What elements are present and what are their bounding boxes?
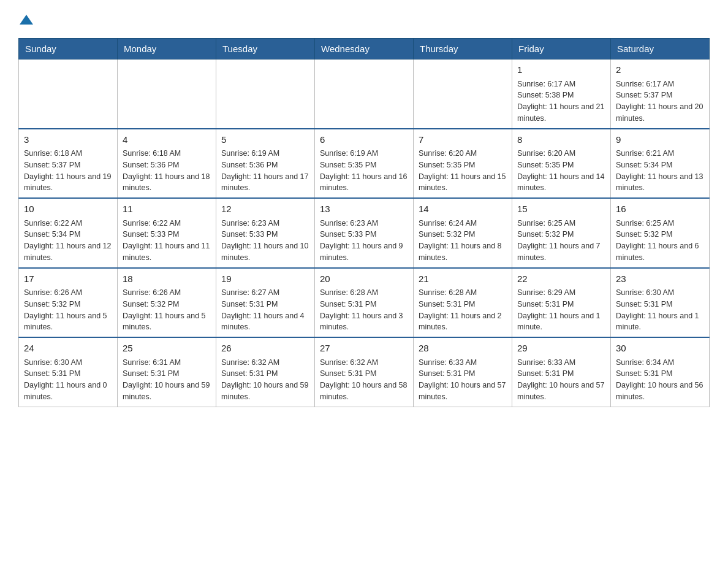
day-number: 11: [123, 202, 211, 216]
day-number: 10: [24, 202, 112, 216]
sunrise-text: Sunrise: 6:18 AM: [123, 149, 181, 158]
day-number: 21: [419, 272, 507, 286]
sunrise-text: Sunrise: 6:34 AM: [616, 358, 674, 367]
daylight-text: Daylight: 11 hours and 1 minute.: [517, 312, 601, 332]
day-number: 25: [123, 342, 211, 356]
daylight-text: Daylight: 11 hours and 5 minutes.: [123, 312, 206, 332]
day-number: 22: [517, 272, 605, 286]
sunset-text: Sunset: 5:32 PM: [517, 230, 574, 239]
sunset-text: Sunset: 5:31 PM: [320, 369, 376, 378]
sunrise-text: Sunrise: 6:30 AM: [616, 288, 674, 297]
sunset-text: Sunset: 5:37 PM: [616, 91, 672, 99]
sunset-text: Sunset: 5:32 PM: [616, 230, 672, 239]
table-row: 15 Sunrise: 6:25 AM Sunset: 5:32 PM Dayl…: [512, 198, 611, 268]
sunset-text: Sunset: 5:33 PM: [320, 230, 376, 239]
header-thursday: Thursday: [414, 39, 512, 59]
sunrise-text: Sunrise: 6:27 AM: [221, 288, 279, 297]
sunset-text: Sunset: 5:31 PM: [221, 300, 278, 308]
day-number: 26: [221, 342, 309, 356]
daylight-text: Daylight: 11 hours and 15 minutes.: [419, 172, 506, 193]
daylight-text: Daylight: 11 hours and 20 minutes.: [616, 102, 703, 123]
sunset-text: Sunset: 5:33 PM: [123, 230, 179, 239]
table-row: 11 Sunrise: 6:22 AM Sunset: 5:33 PM Dayl…: [118, 198, 216, 268]
logo: [18, 12, 33, 26]
daylight-text: Daylight: 11 hours and 18 minutes.: [123, 172, 210, 193]
daylight-text: Daylight: 11 hours and 1 minute.: [616, 312, 699, 332]
day-number: 19: [221, 272, 309, 286]
daylight-text: Daylight: 10 hours and 56 minutes.: [616, 381, 703, 401]
table-row: 22 Sunrise: 6:29 AM Sunset: 5:31 PM Dayl…: [512, 268, 611, 338]
day-number: 16: [616, 202, 704, 216]
sunset-text: Sunset: 5:37 PM: [24, 161, 80, 169]
sunrise-text: Sunrise: 6:28 AM: [320, 288, 378, 297]
sunrise-text: Sunrise: 6:32 AM: [221, 358, 279, 367]
daylight-text: Daylight: 11 hours and 5 minutes.: [24, 312, 107, 332]
table-row: 21 Sunrise: 6:28 AM Sunset: 5:31 PM Dayl…: [414, 268, 512, 338]
sunset-text: Sunset: 5:35 PM: [320, 161, 376, 169]
sunset-text: Sunset: 5:31 PM: [320, 300, 376, 308]
daylight-text: Daylight: 11 hours and 14 minutes.: [517, 172, 604, 193]
header-tuesday: Tuesday: [216, 39, 315, 59]
header-friday: Friday: [512, 39, 611, 59]
header-saturday: Saturday: [611, 39, 710, 59]
sunrise-text: Sunrise: 6:26 AM: [24, 288, 82, 297]
day-number: 13: [320, 202, 408, 216]
sunrise-text: Sunrise: 6:29 AM: [517, 288, 575, 297]
daylight-text: Daylight: 10 hours and 59 minutes.: [221, 381, 308, 401]
daylight-text: Daylight: 10 hours and 58 minutes.: [320, 381, 407, 401]
table-row: 20 Sunrise: 6:28 AM Sunset: 5:31 PM Dayl…: [315, 268, 414, 338]
table-row: 14 Sunrise: 6:24 AM Sunset: 5:32 PM Dayl…: [414, 198, 512, 268]
day-number: 30: [616, 342, 704, 356]
table-row: 24 Sunrise: 6:30 AM Sunset: 5:31 PM Dayl…: [19, 337, 118, 407]
day-number: 20: [320, 272, 408, 286]
sunrise-text: Sunrise: 6:24 AM: [419, 219, 477, 228]
sunrise-text: Sunrise: 6:28 AM: [419, 288, 477, 297]
day-number: 12: [221, 202, 309, 216]
sunrise-text: Sunrise: 6:22 AM: [123, 219, 181, 228]
day-number: 23: [616, 272, 704, 286]
daylight-text: Daylight: 11 hours and 6 minutes.: [616, 242, 699, 262]
table-row: 28 Sunrise: 6:33 AM Sunset: 5:31 PM Dayl…: [414, 337, 512, 407]
day-number: 15: [517, 202, 605, 216]
sunset-text: Sunset: 5:35 PM: [517, 161, 574, 169]
sunset-text: Sunset: 5:34 PM: [24, 230, 80, 239]
daylight-text: Daylight: 11 hours and 12 minutes.: [24, 242, 111, 262]
table-row: 18 Sunrise: 6:26 AM Sunset: 5:32 PM Dayl…: [118, 268, 216, 338]
daylight-text: Daylight: 11 hours and 16 minutes.: [320, 172, 407, 193]
daylight-text: Daylight: 11 hours and 8 minutes.: [419, 242, 502, 262]
daylight-text: Daylight: 10 hours and 57 minutes.: [419, 381, 506, 401]
day-number: 18: [123, 272, 211, 286]
sunrise-text: Sunrise: 6:25 AM: [616, 219, 674, 228]
sunset-text: Sunset: 5:31 PM: [517, 300, 574, 308]
table-row: 12 Sunrise: 6:23 AM Sunset: 5:33 PM Dayl…: [216, 198, 315, 268]
sunrise-text: Sunrise: 6:19 AM: [320, 149, 378, 158]
daylight-text: Daylight: 10 hours and 59 minutes.: [123, 381, 210, 401]
daylight-text: Daylight: 11 hours and 21 minutes.: [517, 102, 604, 123]
sunset-text: Sunset: 5:31 PM: [616, 369, 672, 378]
table-row: 2 Sunrise: 6:17 AM Sunset: 5:37 PM Dayli…: [611, 59, 710, 129]
header-wednesday: Wednesday: [315, 39, 414, 59]
sunrise-text: Sunrise: 6:25 AM: [517, 219, 575, 228]
sunset-text: Sunset: 5:31 PM: [123, 369, 179, 378]
table-row: 30 Sunrise: 6:34 AM Sunset: 5:31 PM Dayl…: [611, 337, 710, 407]
table-row: 3 Sunrise: 6:18 AM Sunset: 5:37 PM Dayli…: [19, 129, 118, 199]
sunset-text: Sunset: 5:31 PM: [221, 369, 278, 378]
sunset-text: Sunset: 5:31 PM: [616, 300, 672, 308]
sunset-text: Sunset: 5:32 PM: [24, 300, 80, 308]
daylight-text: Daylight: 11 hours and 3 minutes.: [320, 312, 403, 332]
daylight-text: Daylight: 11 hours and 19 minutes.: [24, 172, 111, 193]
daylight-text: Daylight: 11 hours and 11 minutes.: [123, 242, 210, 262]
day-number: 9: [616, 133, 704, 147]
calendar-table: Sunday Monday Tuesday Wednesday Thursday…: [18, 38, 710, 407]
table-row: 29 Sunrise: 6:33 AM Sunset: 5:31 PM Dayl…: [512, 337, 611, 407]
day-number: 5: [221, 133, 309, 147]
day-number: 1: [517, 63, 605, 77]
sunrise-text: Sunrise: 6:20 AM: [419, 149, 477, 158]
table-row: 27 Sunrise: 6:32 AM Sunset: 5:31 PM Dayl…: [315, 337, 414, 407]
day-number: 3: [24, 133, 112, 147]
day-number: 24: [24, 342, 112, 356]
sunset-text: Sunset: 5:35 PM: [419, 161, 475, 169]
sunrise-text: Sunrise: 6:20 AM: [517, 149, 575, 158]
sunrise-text: Sunrise: 6:17 AM: [616, 80, 674, 88]
daylight-text: Daylight: 11 hours and 4 minutes.: [221, 312, 305, 332]
